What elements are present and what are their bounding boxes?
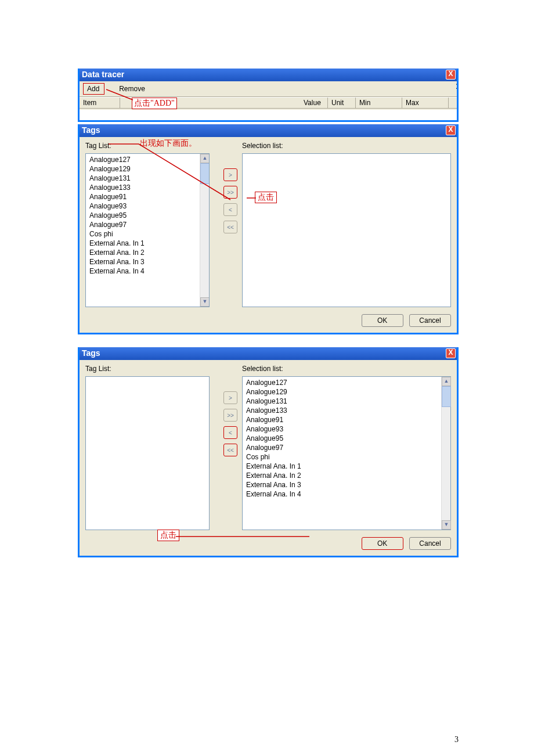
gh-item: Item <box>83 99 96 107</box>
page-number: 3 <box>454 735 459 744</box>
gh-max: Max <box>406 99 419 107</box>
move-all-left-button[interactable]: << <box>223 444 237 456</box>
list-item[interactable]: Analogue129 <box>87 164 208 174</box>
move-left-button[interactable]: < <box>223 203 237 216</box>
list-item[interactable]: Analogue127 <box>244 378 449 387</box>
list-item[interactable]: External Ana. In 4 <box>244 489 449 499</box>
scrollbar[interactable]: ▲ ▼ <box>200 154 209 307</box>
close-icon[interactable]: X <box>446 125 456 135</box>
list-item[interactable]: Analogue127 <box>87 155 208 164</box>
annotation-click-add: 点击"ADD" <box>132 98 177 109</box>
list-item[interactable]: Analogue93 <box>244 424 449 434</box>
list-item[interactable]: External Ana. In 4 <box>87 267 208 276</box>
move-all-left-button[interactable]: << <box>223 221 237 233</box>
tags2-titlebar: Tags X <box>80 347 457 360</box>
list-item[interactable]: Analogue93 <box>87 201 208 211</box>
data-tracer-title: Data tracer <box>82 70 124 79</box>
scroll-thumb[interactable] <box>442 386 451 407</box>
close-icon[interactable]: X <box>446 70 456 80</box>
list-item[interactable]: Cos phi <box>87 229 208 239</box>
scroll-up-icon[interactable]: ▲ <box>442 377 451 386</box>
annotation-click-ok: 点击 <box>157 530 179 541</box>
gh-value: Value <box>304 99 321 107</box>
list-item[interactable]: Analogue91 <box>244 415 449 424</box>
scroll-up-icon[interactable]: ▲ <box>200 154 210 163</box>
tags-dialog-2: Tags X Tag List: > >> < << Selection lis… <box>78 347 459 557</box>
list-item[interactable]: External Ana. In 1 <box>244 462 449 471</box>
tags1-titlebar: Tags X <box>80 124 457 137</box>
list-item[interactable]: External Ana. In 1 <box>87 239 208 248</box>
list-item[interactable]: Analogue129 <box>244 387 449 397</box>
list-item[interactable]: Analogue131 <box>87 174 208 183</box>
list-item[interactable]: External Ana. In 2 <box>244 471 449 480</box>
annotation-click-move: 点击 <box>255 192 277 203</box>
cancel-button[interactable]: Cancel <box>409 537 451 550</box>
selection-list-box-empty[interactable] <box>242 153 451 307</box>
data-tracer-window: Data tracer X Add Remove Item Value Unit… <box>78 69 459 122</box>
tag-list-label: Tag List: <box>85 142 111 150</box>
list-item[interactable]: Cos phi <box>244 452 449 462</box>
list-item[interactable]: External Ana. In 3 <box>87 257 208 267</box>
tags1-title: Tags <box>82 125 100 135</box>
selection-list-label: Selection list: <box>242 142 283 150</box>
cancel-button[interactable]: Cancel <box>409 314 451 327</box>
list-item[interactable]: External Ana. In 2 <box>87 248 208 257</box>
mover-buttons: > >> < << <box>223 363 237 456</box>
add-button[interactable]: Add <box>83 83 104 95</box>
ok-button[interactable]: OK <box>362 537 403 550</box>
annotation-panel-text: 出现如下画面。 <box>140 138 197 149</box>
list-item[interactable]: Analogue95 <box>87 211 208 220</box>
tag-list-box-empty[interactable] <box>85 376 210 530</box>
tag-list-label: Tag List: <box>85 365 111 373</box>
tag-list-box[interactable]: Analogue127Analogue129Analogue131Analogu… <box>85 153 210 307</box>
list-item[interactable]: Analogue133 <box>244 406 449 415</box>
close-icon[interactable]: X <box>446 348 456 358</box>
list-item[interactable]: Analogue95 <box>244 434 449 443</box>
list-item[interactable]: Analogue97 <box>244 443 449 452</box>
data-tracer-toolbar: Add Remove <box>80 81 457 97</box>
list-item[interactable]: Analogue133 <box>87 183 208 192</box>
selection-list-box[interactable]: Analogue127Analogue129Analogue131Analogu… <box>242 376 451 530</box>
data-tracer-titlebar: Data tracer X <box>80 69 457 81</box>
move-right-button[interactable]: > <box>223 168 237 181</box>
remove-button[interactable]: Remove <box>115 83 150 95</box>
ok-button[interactable]: OK <box>362 314 403 327</box>
tags2-title: Tags <box>82 348 100 358</box>
move-left-button[interactable]: < <box>223 426 237 439</box>
mover-buttons: > >> < << <box>223 141 237 233</box>
gh-unit: Unit <box>331 99 344 107</box>
gh-min: Min <box>359 99 370 107</box>
scrollbar[interactable]: ▲ ▼ <box>441 377 450 530</box>
tags-dialog-1: Tags X Tag List: Analogue127Analogue129A… <box>78 124 459 334</box>
move-all-right-button[interactable]: >> <box>223 409 237 422</box>
scroll-down-icon[interactable]: ▼ <box>442 520 451 530</box>
scroll-down-icon[interactable]: ▼ <box>200 297 210 307</box>
list-item[interactable]: Analogue97 <box>87 220 208 229</box>
data-grid-body <box>80 110 457 121</box>
scroll-thumb[interactable] <box>200 163 210 184</box>
list-item[interactable]: Analogue131 <box>244 397 449 406</box>
move-right-button[interactable]: > <box>223 391 237 404</box>
list-item[interactable]: Analogue91 <box>87 192 208 201</box>
move-all-right-button[interactable]: >> <box>223 186 237 199</box>
selection-list-label: Selection list: <box>242 365 283 373</box>
list-item[interactable]: External Ana. In 3 <box>244 480 449 489</box>
